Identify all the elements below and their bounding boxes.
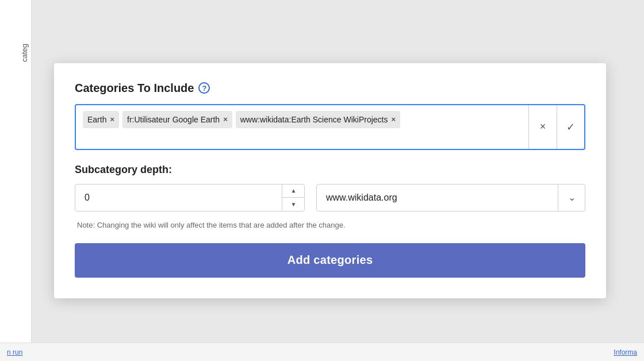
bottom-bar-right-link[interactable]: Informa [614,348,637,356]
categories-text-input[interactable] [404,111,406,120]
tag-earth-label: Earth [87,115,106,124]
clear-all-button[interactable]: × [529,105,557,149]
depth-input-wrap: ▲ ▼ [75,184,305,212]
wiki-select-wrap: www.wikidata.org en.wikipedia.org common… [316,184,585,212]
number-spinners: ▲ ▼ [282,184,305,212]
bottom-bar-left-link[interactable]: n run [7,348,22,356]
tag-earth-close[interactable]: × [110,116,114,123]
tag-earth: Earth × [83,111,119,128]
categories-input-box[interactable]: Earth × fr:Utilisateur Google Earth × ww… [75,104,585,150]
spinner-up-button[interactable]: ▲ [282,184,305,198]
categories-section-title: Categories To Include ? [75,82,585,95]
help-icon[interactable]: ? [198,82,210,94]
bottom-bar: n run Informa [0,343,644,361]
tag-fr-earth-close[interactable]: × [223,116,228,123]
add-categories-button[interactable]: Add categories [75,243,585,278]
categories-title-label: Categories To Include [75,82,194,95]
sidebar: categ [0,0,32,361]
modal: Categories To Include ? Earth × fr:Utili… [54,63,606,298]
tag-wikidata-earth: www:wikidata:Earth Science WikiProjects … [236,111,400,128]
spinner-down-button[interactable]: ▼ [282,198,305,212]
tag-wikidata-earth-label: www:wikidata:Earth Science WikiProjects [240,115,388,124]
input-actions: × ✓ [528,105,584,149]
dropdown-chevron-button[interactable]: ✓ [557,105,584,149]
tag-fr-earth: fr:Utilisateur Google Earth × [122,111,232,128]
tag-wikidata-earth-close[interactable]: × [391,116,396,123]
controls-row: ▲ ▼ www.wikidata.org en.wikipedia.org co… [75,184,585,212]
subcategory-title: Subcategory depth: [75,164,585,176]
wiki-select[interactable]: www.wikidata.org en.wikipedia.org common… [316,184,585,212]
tag-fr-earth-label: fr:Utilisateur Google Earth [127,115,220,124]
depth-input[interactable] [75,184,305,212]
sidebar-text: categ [18,40,31,66]
subcategory-section: Subcategory depth: ▲ ▼ www.wikidata.org … [75,164,585,212]
note-text: Note: Changing the wiki will only affect… [75,221,585,229]
